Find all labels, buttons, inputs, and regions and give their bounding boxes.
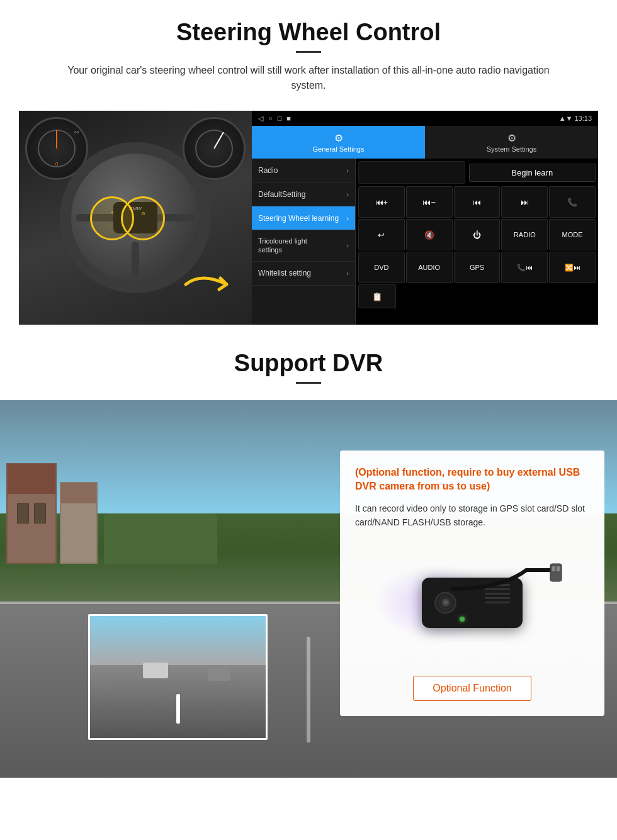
system-icon: ⚙ <box>507 132 516 144</box>
dvr-card-title: (Optional function, require to buy exter… <box>355 466 589 494</box>
settings-content: Radio › DefaultSetting › Steering Wheel … <box>252 159 598 325</box>
dvr-info-card: (Optional function, require to buy exter… <box>340 451 604 716</box>
tab-general-label: General Settings <box>313 145 365 153</box>
vol-down-button[interactable]: ⏮− <box>406 186 453 218</box>
menu-item-steering[interactable]: Steering Wheel learning › <box>252 206 355 230</box>
right-button-highlight: ⊙ <box>121 196 165 240</box>
dvr-card-desc: It can record video only to storage in G… <box>355 501 589 530</box>
divider <box>296 51 321 53</box>
android-ui: ◁ ○ □ ■ ▲▼ 13:13 ⚙ General Settings ⚙ <box>252 111 598 325</box>
next-button[interactable]: ⏭ <box>501 186 548 218</box>
status-bar: ◁ ○ □ ■ ▲▼ 13:13 <box>252 111 598 126</box>
radio-button[interactable]: RADIO <box>501 219 548 250</box>
mute-button[interactable]: 🔇 <box>406 219 453 250</box>
menu-icon[interactable]: ■ <box>286 115 291 122</box>
settings-tabs: ⚙ General Settings ⚙ System Settings <box>252 126 598 159</box>
thumbnail-car1 <box>143 663 168 678</box>
tab-system[interactable]: ⚙ System Settings <box>425 126 598 159</box>
begin-learn-row: Begin learn <box>358 161 596 184</box>
call-button[interactable]: 📞 <box>549 186 596 218</box>
steering-section: Steering Wheel Control Your original car… <box>0 0 617 325</box>
button-row-3: DVD AUDIO GPS 📞⏮ 🔀⏭ <box>358 252 596 283</box>
tab-general[interactable]: ⚙ General Settings <box>252 126 425 159</box>
chevron-icon: › <box>346 191 349 198</box>
menu-item-tricolour[interactable]: Tricoloured lightsettings › <box>252 230 355 262</box>
button-row-1: ⏮+ ⏮− ⏮ ⏭ 📞 <box>358 186 596 218</box>
dvd-button[interactable]: DVD <box>358 252 405 283</box>
power-button[interactable]: ⏻ <box>454 219 501 250</box>
dvr-divider <box>296 382 321 384</box>
button-panel: Begin learn ⏮+ ⏮− ⏮ ⏭ 📞 ↩ 🔇 ⏻ <box>356 159 598 325</box>
dvr-thumbnail <box>88 614 268 740</box>
menu-item-radio-label: Radio <box>258 166 278 175</box>
menu-item-default-label: DefaultSetting <box>258 190 305 199</box>
page-title: Steering Wheel Control <box>25 19 592 46</box>
steering-wheel-image: 0 60 BMW <box>19 111 252 325</box>
hangup-button[interactable]: ↩ <box>358 219 405 250</box>
usb-cable <box>451 557 564 623</box>
dvr-camera-illustration <box>355 540 589 666</box>
extra-button-row: 📋 <box>358 284 596 308</box>
svg-rect-0 <box>550 564 562 581</box>
svg-rect-2 <box>557 566 560 571</box>
dvr-header: Support DVR <box>0 337 617 400</box>
gear-icon: ⚙ <box>334 132 343 144</box>
begin-learn-button[interactable]: Begin learn <box>469 164 596 182</box>
recent-icon[interactable]: □ <box>278 115 282 122</box>
optional-function-button[interactable]: Optional Function <box>413 676 531 701</box>
prev-button[interactable]: ⏮ <box>454 186 501 218</box>
back-icon[interactable]: ◁ <box>258 115 263 123</box>
svg-rect-1 <box>552 566 555 571</box>
menu-item-whitelist[interactable]: Whitelist setting › <box>252 262 355 286</box>
arrow-indicator <box>183 266 246 306</box>
mode-button[interactable]: MODE <box>549 219 596 250</box>
steering-description: Your original car's steering wheel contr… <box>50 63 567 93</box>
steering-block: 0 60 BMW <box>19 111 598 325</box>
dvr-title: Support DVR <box>25 350 592 377</box>
chevron-icon: › <box>346 167 349 174</box>
dvr-section: Support DVR (O <box>0 337 617 778</box>
vol-up-button[interactable]: ⏮+ <box>358 186 405 218</box>
dvr-background: (Optional function, require to buy exter… <box>0 400 617 778</box>
menu-item-default[interactable]: DefaultSetting › <box>252 182 355 206</box>
signal-icon: ▲▼ <box>559 115 573 122</box>
menu-item-radio[interactable]: Radio › <box>252 159 355 182</box>
status-info: ▲▼ 13:13 <box>559 115 592 122</box>
home-icon[interactable]: ○ <box>268 115 273 122</box>
menu-list: Radio › DefaultSetting › Steering Wheel … <box>252 159 356 325</box>
menu-item-tricolour-label: Tricoloured lightsettings <box>258 237 307 255</box>
chevron-icon: › <box>346 215 349 222</box>
call-prev-button[interactable]: 📞⏮ <box>501 252 548 283</box>
audio-button[interactable]: AUDIO <box>406 252 453 283</box>
chevron-icon: › <box>346 242 349 249</box>
clock: 13:13 <box>574 115 592 122</box>
thumbnail-car2 <box>208 667 230 681</box>
chevron-icon: › <box>346 269 349 277</box>
gps-button[interactable]: GPS <box>454 252 501 283</box>
extra-button[interactable]: 📋 <box>358 284 396 308</box>
menu-item-steering-label: Steering Wheel learning <box>258 214 339 223</box>
button-row-2: ↩ 🔇 ⏻ RADIO MODE <box>358 219 596 250</box>
shuffle-next-button[interactable]: 🔀⏭ <box>549 252 596 283</box>
steering-header: Steering Wheel Control Your original car… <box>0 0 617 99</box>
empty-cell <box>358 161 465 184</box>
optional-function-row: Optional Function <box>355 676 589 701</box>
tab-system-label: System Settings <box>487 145 536 153</box>
menu-item-whitelist-label: Whitelist setting <box>258 269 311 277</box>
